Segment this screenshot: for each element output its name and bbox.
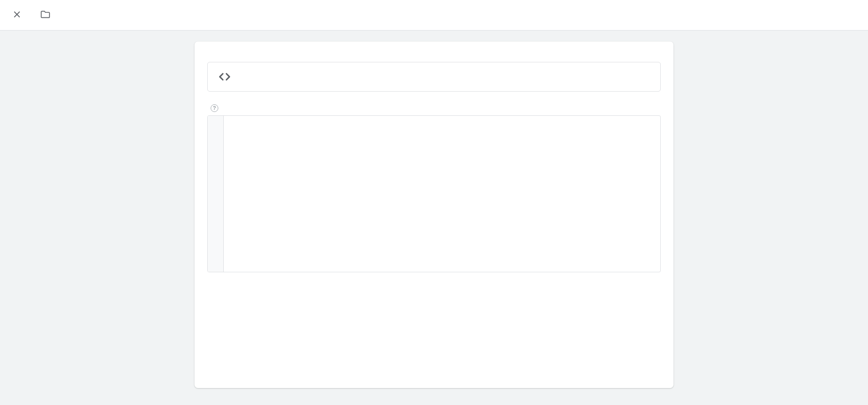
help-icon[interactable]: ? [211, 104, 218, 112]
tag-type-selector[interactable] [207, 62, 661, 92]
close-button[interactable] [8, 7, 25, 24]
editor-gutter [208, 116, 224, 272]
html-code-editor[interactable] [207, 115, 661, 272]
tag-configuration-card: ? [195, 42, 673, 388]
close-icon [12, 10, 22, 21]
editor-code[interactable] [224, 116, 660, 272]
code-brackets-icon [216, 68, 233, 85]
folder-button[interactable] [40, 10, 51, 21]
workspace: ? [0, 31, 868, 405]
folder-icon [40, 9, 51, 22]
